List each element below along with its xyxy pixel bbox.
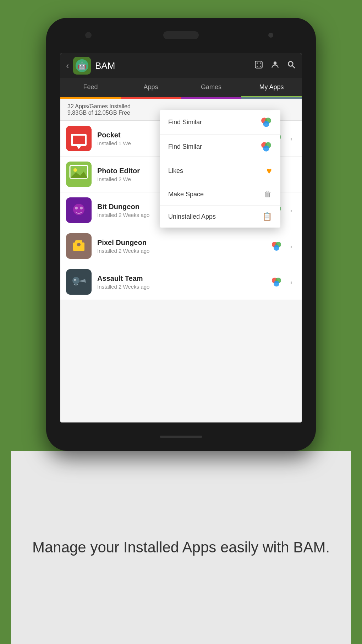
assault-team-icon xyxy=(66,269,92,295)
svg-line-9 xyxy=(292,66,295,68)
trash-icon: 🗑 xyxy=(264,190,272,199)
app-logo: 🤖 xyxy=(73,57,91,75)
app-header: ‹ 🤖 BAM xyxy=(60,53,302,78)
list-item: Assault Team Installed 2 Weeks ago ··· xyxy=(60,264,302,300)
caption-text: Manage your Installed Apps easily with B… xyxy=(32,537,330,558)
pocket-app-icon xyxy=(66,126,92,151)
svg-point-32 xyxy=(72,277,79,284)
assault-team-sub: Installed 2 Weeks ago xyxy=(97,284,265,290)
header-icons xyxy=(254,60,296,71)
svg-point-7 xyxy=(274,61,277,65)
back-button[interactable]: ‹ xyxy=(66,61,69,71)
pixel-dungeon-sub: Installed 2 Weeks ago xyxy=(97,248,265,254)
find-similar-menu-item-2[interactable]: Find Similar xyxy=(160,135,280,159)
screen: ‹ 🤖 BAM xyxy=(60,53,302,422)
phone-bottom-bar xyxy=(46,422,316,451)
context-menu: Find Similar Find Similar Likes ♥ xyxy=(160,110,280,228)
caption-area: Manage your Installed Apps easily with B… xyxy=(11,451,351,644)
svg-point-42 xyxy=(263,146,269,152)
app-title-label: BAM xyxy=(95,60,250,71)
phone-shell: ‹ 🤖 BAM xyxy=(46,18,316,451)
pocket-logo xyxy=(71,134,87,146)
make-space-label: Make Space xyxy=(168,191,204,198)
find-similar-icon-2 xyxy=(260,141,272,152)
svg-rect-13 xyxy=(68,164,89,185)
photo-editor-icon xyxy=(66,162,92,187)
find-similar-icon[interactable] xyxy=(271,277,282,287)
svg-point-30 xyxy=(274,245,279,251)
uninstalled-apps-label: Uninstalled Apps xyxy=(168,213,216,220)
more-options-button[interactable]: ··· xyxy=(287,281,296,283)
svg-point-3 xyxy=(257,62,258,64)
tabs: Feed Apps Games My Apps xyxy=(60,78,302,97)
svg-point-27 xyxy=(77,243,81,246)
svg-point-20 xyxy=(80,207,83,209)
bit-dungeon-icon xyxy=(66,197,92,223)
more-options-button[interactable]: ··· xyxy=(287,209,296,211)
search-icon[interactable] xyxy=(287,60,296,71)
dice-icon[interactable] xyxy=(254,60,263,71)
find-similar-label-1: Find Similar xyxy=(168,119,202,126)
find-similar-menu-item-1[interactable]: Find Similar xyxy=(160,110,280,135)
tab-my-apps[interactable]: My Apps xyxy=(241,78,302,97)
uninstalled-apps-icon: 📋 xyxy=(262,212,272,221)
find-similar-icon-1 xyxy=(260,116,272,128)
more-options-button[interactable]: ··· xyxy=(287,245,296,247)
svg-point-15 xyxy=(73,168,77,172)
tab-games[interactable]: Games xyxy=(181,78,241,97)
assault-team-name: Assault Team xyxy=(97,274,265,283)
svg-point-6 xyxy=(260,66,261,67)
likes-menu-item[interactable]: Likes ♥ xyxy=(160,159,280,183)
make-space-menu-item[interactable]: Make Space 🗑 xyxy=(160,183,280,206)
speaker xyxy=(163,31,199,39)
tab-feed[interactable]: Feed xyxy=(60,78,121,97)
svg-point-8 xyxy=(288,61,293,66)
apps-count: 32 Apps/Games Installed xyxy=(67,103,295,110)
find-similar-label-2: Find Similar xyxy=(168,143,202,151)
find-similar-icon[interactable] xyxy=(271,241,282,251)
camera-dot xyxy=(85,32,92,38)
likes-label: Likes xyxy=(168,167,183,175)
svg-rect-2 xyxy=(255,61,262,68)
phone-top-bar xyxy=(46,18,316,53)
pixel-dungeon-info: Pixel Dungeon Installed 2 Weeks ago xyxy=(97,239,265,254)
svg-point-19 xyxy=(75,207,78,209)
tab-apps[interactable]: Apps xyxy=(121,78,181,97)
assault-team-info: Assault Team Installed 2 Weeks ago xyxy=(97,274,265,290)
svg-point-36 xyxy=(274,281,279,286)
pixel-dungeon-actions: ··· xyxy=(271,241,296,251)
front-camera xyxy=(268,33,273,38)
heart-icon: ♥ xyxy=(267,165,272,176)
more-options-button[interactable]: ··· xyxy=(287,137,296,140)
svg-point-33 xyxy=(74,279,76,281)
svg-point-39 xyxy=(263,121,269,127)
assault-team-actions: ··· xyxy=(271,277,296,287)
profile-icon[interactable] xyxy=(270,60,280,71)
svg-point-5 xyxy=(257,66,258,67)
svg-text:🤖: 🤖 xyxy=(77,61,87,70)
uninstalled-apps-menu-item[interactable]: Uninstalled Apps 📋 xyxy=(160,206,280,228)
svg-point-4 xyxy=(260,62,261,64)
list-item: Pixel Dungeon Installed 2 Weeks ago ··· xyxy=(60,228,302,264)
home-indicator xyxy=(160,436,202,438)
pixel-dungeon-icon xyxy=(66,233,92,259)
pixel-dungeon-name: Pixel Dungeon xyxy=(97,239,265,247)
